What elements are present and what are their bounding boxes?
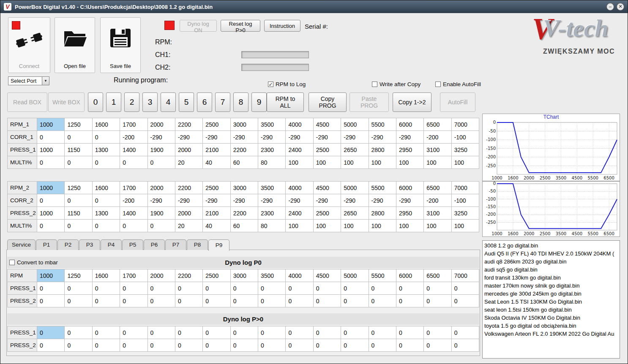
selected-value-cell[interactable]: 0	[37, 326, 65, 339]
value-cell[interactable]: 100	[396, 156, 423, 169]
value-cell[interactable]: -290	[369, 194, 396, 207]
value-cell[interactable]: 0	[258, 295, 286, 307]
value-cell[interactable]: 3100	[424, 144, 451, 156]
value-cell[interactable]: 0	[424, 282, 451, 295]
value-cell[interactable]: 1700	[120, 118, 147, 131]
value-cell[interactable]: 0	[65, 220, 92, 232]
value-cell[interactable]: 1250	[65, 118, 92, 131]
write-after-copy-checkbox[interactable]: Write after Copy	[372, 81, 420, 87]
value-cell[interactable]: 6500	[424, 182, 451, 194]
value-cell[interactable]: 100	[286, 220, 313, 232]
value-cell[interactable]: 0	[37, 295, 65, 307]
value-cell[interactable]: 1600	[92, 118, 120, 131]
file-list-item[interactable]: Skoda Octavia IV 150KM Go Digital.bin	[484, 314, 618, 322]
tab-p7[interactable]: P7	[165, 239, 186, 250]
value-cell[interactable]: 2300	[258, 144, 286, 156]
value-cell[interactable]: 3000	[230, 269, 258, 282]
value-cell[interactable]: 7000	[451, 182, 479, 194]
value-cell[interactable]: -290	[147, 131, 175, 144]
value-cell[interactable]: 2800	[369, 207, 396, 220]
tab-p2[interactable]: P2	[57, 239, 79, 250]
value-cell[interactable]: 100	[341, 156, 369, 169]
value-cell[interactable]: 1250	[65, 269, 92, 282]
value-cell[interactable]: 0	[65, 295, 92, 307]
value-cell[interactable]: 2950	[396, 144, 423, 156]
value-cell[interactable]: 0	[65, 282, 92, 295]
value-cell[interactable]: -290	[286, 131, 313, 144]
value-cell[interactable]: -290	[230, 131, 258, 144]
tab-p6[interactable]: P6	[144, 239, 165, 250]
value-cell[interactable]: 100	[341, 220, 369, 232]
value-cell[interactable]: 40	[203, 220, 230, 232]
value-cell[interactable]: 6500	[424, 118, 451, 131]
file-list-item[interactable]: toyota 1.5 go digital od obciążenia.bin	[484, 322, 618, 330]
value-cell[interactable]: 0	[147, 295, 175, 307]
value-cell[interactable]: 2000	[147, 182, 175, 194]
value-cell[interactable]: 0	[286, 295, 313, 307]
value-cell[interactable]: 0	[120, 220, 147, 232]
value-cell[interactable]: -290	[313, 131, 341, 144]
value-cell[interactable]: 0	[92, 194, 120, 207]
value-cell[interactable]: -290	[286, 194, 313, 207]
value-cell[interactable]: -290	[396, 131, 423, 144]
file-list-item[interactable]: audi q8 286km 2023 go digital.bin	[484, 258, 618, 266]
selected-value-cell[interactable]: 1000	[37, 269, 65, 282]
value-cell[interactable]: 1700	[120, 182, 147, 194]
value-cell[interactable]: 1300	[92, 144, 120, 156]
value-cell[interactable]: 5000	[341, 269, 369, 282]
value-cell[interactable]: 0	[203, 295, 230, 307]
value-cell[interactable]: -200	[424, 194, 451, 207]
value-cell[interactable]: 0	[451, 339, 479, 352]
file-list-item[interactable]: Volkswagen Arteon FL 2.0 190KM 2022 Go D…	[484, 330, 618, 338]
value-cell[interactable]: -290	[230, 194, 258, 207]
value-cell[interactable]: 2500	[203, 118, 230, 131]
digit-button-5[interactable]: 5	[179, 92, 194, 112]
value-cell[interactable]: 2200	[175, 269, 202, 282]
value-cell[interactable]: -290	[175, 131, 202, 144]
value-cell[interactable]: 2000	[175, 207, 202, 220]
value-cell[interactable]: 100	[396, 220, 423, 232]
chevron-down-icon[interactable]: ▼	[42, 77, 49, 85]
value-cell[interactable]: 4500	[313, 182, 341, 194]
digit-button-2[interactable]: 2	[124, 92, 139, 112]
instruction-button[interactable]: Instruction	[264, 20, 300, 32]
value-cell[interactable]: 6500	[424, 269, 451, 282]
value-cell[interactable]: 0	[120, 282, 147, 295]
selected-value-cell[interactable]: 1000	[37, 118, 65, 131]
value-cell[interactable]: 2800	[369, 144, 396, 156]
value-cell[interactable]: 0	[396, 295, 423, 307]
open-file-button[interactable]: Open file	[55, 17, 95, 73]
value-cell[interactable]: 80	[258, 156, 286, 169]
value-cell[interactable]: 0	[286, 282, 313, 295]
value-cell[interactable]: -290	[175, 194, 202, 207]
value-cell[interactable]: 0	[341, 282, 369, 295]
value-cell[interactable]: 0	[203, 339, 230, 352]
value-cell[interactable]: 1150	[65, 207, 92, 220]
digit-button-6[interactable]: 6	[197, 92, 212, 112]
value-cell[interactable]: 2650	[341, 207, 369, 220]
value-cell[interactable]: 2500	[203, 269, 230, 282]
digit-button-7[interactable]: 7	[215, 92, 230, 112]
value-cell[interactable]: 2200	[175, 182, 202, 194]
value-cell[interactable]: 5500	[369, 182, 396, 194]
value-cell[interactable]: 0	[175, 326, 202, 339]
value-cell[interactable]: 0	[341, 326, 369, 339]
file-list-item[interactable]: master 170km nowy silnik go digital.bin	[484, 282, 618, 290]
tab-p5[interactable]: P5	[122, 239, 143, 250]
value-cell[interactable]: 2400	[286, 144, 313, 156]
value-cell[interactable]: 0	[120, 339, 147, 352]
reset-log-button[interactable]: Reset log P>0	[221, 20, 260, 32]
value-cell[interactable]: -200	[120, 131, 147, 144]
value-cell[interactable]: 0	[65, 194, 92, 207]
value-cell[interactable]: 2200	[230, 144, 258, 156]
value-cell[interactable]: 0	[341, 339, 369, 352]
digit-button-1[interactable]: 1	[106, 92, 121, 112]
value-cell[interactable]: 1600	[92, 182, 120, 194]
value-cell[interactable]: 0	[230, 339, 258, 352]
select-port-dropdown[interactable]: Select Port ▼	[8, 76, 49, 85]
tab-p3[interactable]: P3	[79, 239, 100, 250]
value-cell[interactable]: 3500	[258, 269, 286, 282]
value-cell[interactable]: -290	[396, 194, 423, 207]
value-cell[interactable]: 0	[451, 326, 479, 339]
value-cell[interactable]: 0	[369, 339, 396, 352]
